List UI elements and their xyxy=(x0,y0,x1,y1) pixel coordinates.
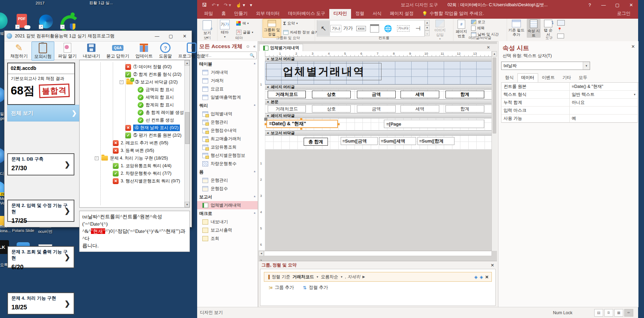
nav-item-table[interactable]: 일별매출액합계 xyxy=(197,93,258,101)
column-label[interactable]: 합계 xyxy=(445,91,484,98)
nav-menu-icon[interactable]: ⊙ xyxy=(246,44,249,49)
design-horizontal-scrollbar[interactable]: ◄ xyxy=(259,251,492,256)
prop-tab-all[interactable]: 모두 xyxy=(575,73,591,82)
desktop-label-partial[interactable]: 컴활 1급 실... xyxy=(89,0,113,6)
move-up-icon[interactable]: ◈ xyxy=(474,274,478,280)
prop-row-text-format[interactable]: 텍스트 형식 일반 텍스트▼ xyxy=(502,91,637,99)
select-pointer-icon[interactable]: ↖ xyxy=(317,21,330,36)
page-header-section[interactable]: 거래처코드 상호 금액 세액 합계 xyxy=(265,90,492,99)
sort-row[interactable]: ▐ 정렬 기준 거래처코드 ▼ 오름차순 ▼ , 자세히 ► ◈ ◈ ✕ xyxy=(264,272,492,282)
detail-textbox[interactable]: 금액 xyxy=(357,105,396,112)
tree-item[interactable]: ✕3. 등록 버튼 (0/5) xyxy=(80,147,190,154)
view-all-button[interactable]: 전체 보기 ❯ xyxy=(7,105,81,121)
tree-item[interactable]: ✓세액의 합 표시 xyxy=(80,93,190,101)
tree-item-selected[interactable]: ✕④ 현재 날짜 표시 (0/2) xyxy=(80,124,190,131)
report-footer-section[interactable]: 총 합계 =Sum([금액 =Sum([세액 =Sum([합계 xyxy=(265,136,492,149)
prop-tab-event[interactable]: 이벤트 xyxy=(538,73,559,82)
prop-row-input-mask[interactable]: 입력 마스크 xyxy=(502,107,637,115)
nav-item-form[interactable]: 운행접수 xyxy=(197,184,258,193)
detail-textbox[interactable]: 세액 xyxy=(401,105,439,112)
collapse-box-icon[interactable]: − xyxy=(120,80,123,84)
textbox-control-icon[interactable]: xxxx xyxy=(354,26,368,31)
mock-exam-button[interactable]: 모의시험 xyxy=(31,42,54,61)
tab-order-button[interactable]: ⮧ 탭 순서 xyxy=(542,19,554,37)
nav-item-query[interactable]: 운행관리 xyxy=(197,118,258,126)
tab-page-setup[interactable]: 페이지 설정 xyxy=(386,9,418,19)
program-info-button[interactable]: i 프로그램 정보 xyxy=(176,42,208,60)
design-view-icon[interactable]: ✏ xyxy=(624,309,633,317)
tab-control-icon[interactable] xyxy=(368,24,381,33)
update-button[interactable]: 업데이트 xyxy=(133,42,155,60)
maximize-button[interactable]: ▢ xyxy=(610,0,624,10)
fonts-button[interactable]: 가글꼴▾ xyxy=(236,30,253,35)
nav-item-report-selected[interactable]: 업체별거래내역 xyxy=(197,201,258,209)
tree-item[interactable]: ✓합계의 합 표시 xyxy=(80,101,190,109)
section-card-3[interactable]: 문제 3. 조회 및 출력 기능 구현6/20 ❯ xyxy=(7,246,74,268)
close-button[interactable]: ✕ xyxy=(624,0,638,10)
resize-handle[interactable] xyxy=(300,118,302,120)
export-button[interactable]: 내보내기 xyxy=(80,42,102,60)
colors-button[interactable]: 색▾ xyxy=(236,21,249,26)
section-card-2[interactable]: 문제 2. 입력 및 수정 기능 구현17/25 ❯ xyxy=(7,200,74,222)
nav-item-table[interactable]: 거래내역 xyxy=(197,68,258,76)
section-card-1[interactable]: 문제 1. DB 구축27/30 ❯ xyxy=(7,153,74,175)
sum-textbox[interactable]: =Sum([세액 xyxy=(379,137,416,145)
close-button[interactable]: ✕ xyxy=(178,31,192,41)
scrollbar-thumb[interactable] xyxy=(264,251,492,256)
prop-tab-other[interactable]: 기타 xyxy=(559,73,575,82)
undo-icon[interactable]: ↶ ▾ xyxy=(212,2,219,8)
page-number-textbox[interactable]: =[Page xyxy=(384,120,484,128)
nav-cat-tables[interactable]: 테이블» xyxy=(197,60,258,68)
add-fields-button[interactable]: 기존 필드 추가 xyxy=(508,19,525,37)
tree-item[interactable]: ✓⑤ 평가 컨트롤 원본 (2/2) xyxy=(80,131,190,139)
report-title-label[interactable]: 업체별거래내역 xyxy=(266,63,381,80)
line-control-icon[interactable]: ⊣ xyxy=(412,25,424,32)
tree-item[interactable]: −문제 4. 처리 기능 구현 (18/25) xyxy=(80,154,190,162)
column-label[interactable]: 거래처코드 xyxy=(268,91,306,98)
group-pane-close-icon[interactable]: ✕ xyxy=(491,263,494,268)
tab-file[interactable]: 파일 xyxy=(200,9,217,19)
detail-textbox[interactable]: 합계 xyxy=(445,105,484,112)
resize-handle[interactable] xyxy=(338,123,340,125)
tab-arrange[interactable]: 정렬 xyxy=(351,9,368,19)
resize-handle[interactable] xyxy=(265,123,267,125)
prop-row-running-sum[interactable]: 누적 합계 아니요 xyxy=(502,99,637,107)
nav-cat-queries[interactable]: 쿼리» xyxy=(197,101,258,110)
group-sort-button[interactable]: 그룹화 및 정렬 xyxy=(263,19,281,38)
qat-customize-icon[interactable]: ▾ xyxy=(250,2,252,8)
move-handle[interactable] xyxy=(264,118,267,121)
whale-icon[interactable] xyxy=(0,12,8,29)
tell-me-box[interactable]: 💡수행할 작업을 알려 주세요. xyxy=(418,9,488,19)
scrollbar-thumb[interactable] xyxy=(493,57,496,134)
column-label[interactable]: 세액 xyxy=(401,91,439,98)
tab-db-tools[interactable]: 데이터베이스 도구 xyxy=(284,9,330,19)
page-number-button[interactable]: # 페이지 번호 xyxy=(454,19,469,38)
redo-icon[interactable]: ↷ ▾ xyxy=(224,2,231,8)
nav-item-macro[interactable]: 보고서출력 xyxy=(197,226,258,234)
report-tab[interactable]: 업체별거래내역 xyxy=(259,44,303,52)
help-button[interactable]: ? 도움말 xyxy=(156,42,174,60)
detail-textbox[interactable]: 거래처코드 xyxy=(268,105,306,112)
nav-item-table[interactable]: 거래처 xyxy=(197,76,258,85)
tab-external-data[interactable]: 외부 데이터 xyxy=(252,9,284,19)
nav-cat-macros[interactable]: 매크로» xyxy=(197,209,258,218)
nav-item-form[interactable]: 운행관리 xyxy=(197,176,258,184)
date-textbox-selected[interactable]: =Date() & "현재" xyxy=(266,120,338,128)
nav-item-query[interactable]: 차량운행횟수 xyxy=(197,160,258,168)
minimize-button[interactable]: — xyxy=(597,0,610,10)
property-sheet-button[interactable]: 속성 시트 xyxy=(527,19,541,38)
collapse-box-icon[interactable]: − xyxy=(95,156,99,160)
add-sort-button[interactable]: ⇅정렬 추가 xyxy=(303,284,328,291)
column-label[interactable]: 금액 xyxy=(357,91,396,98)
tab-format[interactable]: 서식 xyxy=(368,9,386,19)
tree-item[interactable]: ✓선 컨트롤 생성 xyxy=(80,116,190,124)
totals-button[interactable]: Σ요약▾ xyxy=(283,21,298,26)
qna-button[interactable]: Q&A 묻고 답하기 xyxy=(104,42,131,60)
section-bar-detail[interactable]: ◄본문 xyxy=(265,99,492,105)
option-group-icon[interactable]: 가나다 xyxy=(395,25,412,31)
nav-item-macro[interactable]: 내보내기 xyxy=(197,218,258,226)
nav-item-macro[interactable]: 조회 xyxy=(197,234,258,243)
resize-handle[interactable] xyxy=(300,128,302,130)
prop-row-control-source[interactable]: 컨트롤 원본 =Date() & "현재" xyxy=(502,83,637,91)
tree-item[interactable]: ✓② 합계 컨트롤 형식 (2/2) xyxy=(80,71,190,78)
